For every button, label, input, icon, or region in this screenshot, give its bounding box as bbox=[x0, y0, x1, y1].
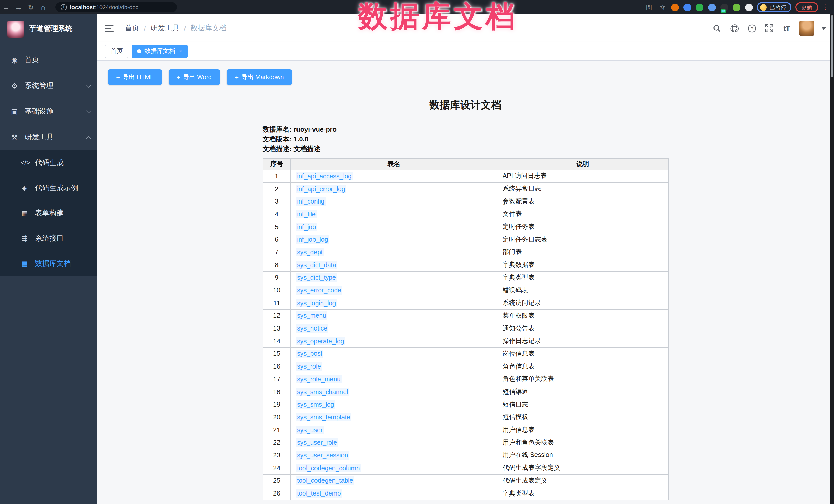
site-info-icon[interactable]: i bbox=[61, 4, 67, 10]
table-desc-cell: 参数配置表 bbox=[497, 195, 668, 208]
sidebar-item-研发工具[interactable]: ⚒研发工具 bbox=[0, 125, 96, 150]
chevron-down-icon[interactable] bbox=[822, 27, 826, 29]
table-row: 3inf_config参数配置表 bbox=[263, 195, 668, 208]
close-icon[interactable]: × bbox=[179, 48, 182, 54]
table-name-link[interactable]: inf_job bbox=[296, 223, 317, 231]
tables-overview-table: 序号表名说明 1inf_api_access_logAPI 访问日志表2inf_… bbox=[263, 158, 668, 500]
table-name-link[interactable]: sys_login_log bbox=[296, 299, 337, 307]
svg-text:?: ? bbox=[750, 26, 753, 31]
green-leaf-extension-icon[interactable] bbox=[733, 3, 741, 11]
orange-extension-icon[interactable] bbox=[671, 3, 679, 11]
table-name-link[interactable]: inf_job_log bbox=[296, 236, 329, 244]
sidebar-menu: ◉首页⚙系统管理▣基础设施⚒研发工具</>代码生成◈代码生成示例▦表单构建⇶系统… bbox=[0, 47, 96, 276]
table-row: 9sys_dict_type字典类型表 bbox=[263, 271, 668, 284]
back-icon[interactable]: ← bbox=[0, 0, 12, 15]
table-desc-cell: 字典类型表 bbox=[497, 487, 668, 500]
table-name-link[interactable]: tool_test_demo bbox=[296, 489, 342, 498]
blue-pin-extension-icon[interactable] bbox=[683, 3, 691, 11]
table-name-link[interactable]: tool_codegen_column bbox=[296, 464, 361, 472]
table-name-link[interactable]: sys_error_code bbox=[296, 286, 342, 294]
table-name-link[interactable]: sys_role_menu bbox=[296, 375, 342, 384]
app-logo[interactable]: 芋道管理系统 bbox=[0, 15, 96, 43]
row-index-cell: 6 bbox=[263, 233, 291, 246]
table-name-link[interactable]: sys_role bbox=[296, 363, 322, 371]
sidebar-item-首页[interactable]: ◉首页 bbox=[0, 47, 96, 73]
forward-icon[interactable]: → bbox=[12, 0, 25, 15]
breadcrumb: 首页/研发工具/数据库文档 bbox=[125, 24, 227, 33]
hamburger-icon[interactable] bbox=[105, 25, 114, 32]
export-button-导出 Markdown[interactable]: +导出 Markdown bbox=[227, 69, 292, 85]
page-scrollbar[interactable] bbox=[830, 15, 834, 504]
fullscreen-icon[interactable] bbox=[764, 23, 774, 34]
help-icon[interactable]: ? bbox=[747, 23, 757, 34]
green-check-extension-icon[interactable] bbox=[696, 3, 703, 11]
white-puzzle-extension-icon[interactable] bbox=[745, 3, 753, 11]
table-name-link[interactable]: inf_api_access_log bbox=[296, 172, 353, 180]
scrollbar-thumb[interactable] bbox=[831, 16, 833, 77]
tab-首页[interactable]: 首页 bbox=[105, 44, 129, 58]
address-bar[interactable]: i localhost:1024/tool/db-doc bbox=[56, 2, 177, 12]
home-icon[interactable]: ⌂ bbox=[37, 0, 49, 15]
export-button-导出 HTML[interactable]: +导出 HTML bbox=[108, 69, 161, 85]
key-icon[interactable]: ⚿ bbox=[644, 0, 654, 15]
table-name-link[interactable]: sys_menu bbox=[296, 312, 327, 320]
tab-label: 数据库文档 bbox=[145, 47, 175, 56]
table-name-link[interactable]: sys_sms_log bbox=[296, 400, 335, 409]
sidebar-subitem-数据库文档[interactable]: ▦数据库文档 bbox=[0, 251, 96, 276]
browser-update-button[interactable]: 更新 bbox=[795, 2, 818, 12]
row-index-cell: 7 bbox=[263, 246, 291, 259]
search-icon[interactable] bbox=[712, 23, 722, 34]
sidebar-subitem-系统接口[interactable]: ⇶系统接口 bbox=[0, 226, 96, 251]
table-name-link[interactable]: sys_notice bbox=[296, 324, 328, 333]
sidebar-item-基础设施[interactable]: ▣基础设施 bbox=[0, 99, 96, 125]
table-name-link[interactable]: inf_config bbox=[296, 197, 326, 205]
table-name-link[interactable]: sys_user bbox=[296, 426, 324, 434]
font-size-icon[interactable]: tT bbox=[782, 23, 792, 34]
table-name-link[interactable]: sys_post bbox=[296, 350, 324, 358]
export-button-导出 Word[interactable]: +导出 Word bbox=[168, 69, 220, 85]
breadcrumb-item[interactable]: 首页 bbox=[125, 24, 139, 33]
table-name-link[interactable]: sys_sms_channel bbox=[296, 388, 349, 396]
meta-value: 1.0.0 bbox=[294, 135, 309, 143]
browser-menu-icon[interactable]: ⋮ bbox=[822, 0, 829, 15]
logo-avatar-icon bbox=[7, 20, 24, 37]
table-name-link[interactable]: sys_dict_data bbox=[296, 261, 337, 269]
row-index-cell: 20 bbox=[263, 411, 291, 423]
column-header: 序号 bbox=[263, 158, 291, 170]
reload-icon[interactable]: ↻ bbox=[25, 0, 37, 15]
table-row: 2inf_api_error_log系统异常日志 bbox=[263, 182, 668, 195]
table-row: 8sys_dict_data字典数据表 bbox=[263, 259, 668, 271]
table-desc-cell: 代码生成表字段定义 bbox=[497, 462, 668, 475]
github-icon[interactable] bbox=[729, 23, 740, 34]
tab-数据库文档[interactable]: 数据库文档× bbox=[132, 44, 188, 58]
bookmark-star-icon[interactable]: ☆ bbox=[658, 0, 667, 15]
breadcrumb-item[interactable]: 研发工具 bbox=[151, 24, 179, 33]
table-name-link[interactable]: sys_user_role bbox=[296, 439, 338, 447]
user-avatar[interactable] bbox=[799, 21, 814, 36]
table-name-link[interactable]: inf_api_error_log bbox=[296, 185, 346, 193]
table-desc-cell: 短信渠道 bbox=[497, 386, 668, 398]
sidebar-subitem-代码生成示例[interactable]: ◈代码生成示例 bbox=[0, 175, 96, 200]
table-name-link[interactable]: inf_file bbox=[296, 210, 316, 218]
meta-label: 文档描述: bbox=[263, 145, 292, 153]
app-title: 芋道管理系统 bbox=[29, 24, 72, 34]
sidebar-subitem-代码生成[interactable]: </>代码生成 bbox=[0, 150, 96, 175]
table-name-link[interactable]: sys_dict_type bbox=[296, 274, 337, 282]
table-name-cell: sys_dict_data bbox=[291, 259, 497, 271]
dark-on-extension-icon[interactable]: on bbox=[720, 3, 728, 11]
table-name-link[interactable]: tool_codegen_table bbox=[296, 477, 354, 485]
row-index-cell: 12 bbox=[263, 309, 291, 322]
sidebar-item-系统管理[interactable]: ⚙系统管理 bbox=[0, 73, 96, 99]
sidebar-submenu: </>代码生成◈代码生成示例▦表单构建⇶系统接口▦数据库文档 bbox=[0, 150, 96, 276]
table-name-link[interactable]: sys_sms_template bbox=[296, 413, 351, 421]
table-name-link[interactable]: sys_user_session bbox=[296, 451, 349, 460]
table-row: 11sys_login_log系统访问记录 bbox=[263, 297, 668, 309]
table-name-link[interactable]: sys_dept bbox=[296, 248, 324, 257]
translate-paused-chip[interactable]: 已暂停 bbox=[757, 2, 791, 12]
table-name-link[interactable]: sys_operate_log bbox=[296, 337, 345, 346]
meta-value: 文档描述 bbox=[294, 145, 321, 153]
table-name-cell: sys_role bbox=[291, 360, 497, 373]
blue-grid-extension-icon[interactable] bbox=[708, 3, 716, 11]
sidebar-subitem-表单构建[interactable]: ▦表单构建 bbox=[0, 200, 96, 226]
table-row: 10sys_error_code错误码表 bbox=[263, 284, 668, 297]
